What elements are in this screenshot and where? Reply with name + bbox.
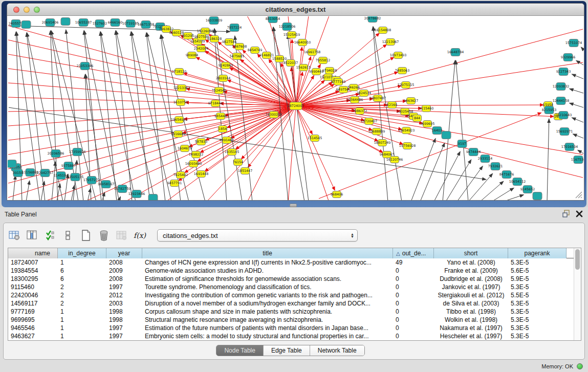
citing-node[interactable]: 12975115 — [398, 82, 415, 89]
cited-node[interactable]: 10654112 — [509, 178, 526, 186]
citing-node[interactable]: 18807249 — [374, 140, 391, 146]
cell-year[interactable]: 2012 — [106, 291, 142, 299]
cited-node[interactable]: 12218506 — [279, 23, 296, 31]
citing-node[interactable]: 989084 — [186, 52, 198, 59]
citing-node[interactable]: 15325419 — [284, 32, 300, 38]
select-visible-icon[interactable] — [43, 229, 57, 242]
cited-node[interactable]: 9245652 — [520, 186, 535, 193]
cell-name[interactable]: 9463627 — [8, 332, 58, 340]
table-settings-icon[interactable] — [8, 229, 21, 242]
delete-table-icon[interactable] — [97, 229, 111, 242]
table-row[interactable]: 946554611997Estimation of the future num… — [8, 324, 574, 332]
cell-in-degree[interactable]: 2 — [58, 283, 106, 291]
cell-out-de-[interactable]: 49 — [393, 258, 434, 267]
citing-node[interactable]: 9463627 — [404, 98, 418, 104]
import-table-icon[interactable] — [115, 229, 128, 242]
cited-node[interactable]: 9197 — [458, 140, 467, 148]
cell-year[interactable]: 1998 — [106, 308, 142, 316]
cell-pagerank[interactable]: 5.3E-5 — [508, 316, 567, 324]
citing-node[interactable]: 968406 — [331, 191, 343, 198]
cited-node[interactable]: 9329966 — [561, 54, 575, 61]
cell-short[interactable]: Tibbo et al. (1998) — [434, 308, 508, 316]
citing-node[interactable]: 1610755 — [173, 99, 188, 106]
cell-out-de-[interactable]: 0 — [393, 299, 434, 308]
cited-node[interactable] — [533, 192, 542, 200]
citing-node[interactable]: 3824534 — [357, 90, 371, 97]
cell-out-de-[interactable]: 0 — [393, 267, 434, 275]
citing-node[interactable]: 10688809 — [368, 128, 385, 135]
cited-node[interactable]: 9474444 — [466, 148, 481, 156]
citing-node[interactable]: 9699695 — [420, 121, 434, 127]
column-header-title[interactable]: title — [142, 248, 393, 258]
cell-name[interactable]: 9777169 — [8, 308, 58, 316]
tab-network-table[interactable]: Network Table — [310, 345, 364, 356]
cited-node[interactable] — [21, 21, 31, 29]
network-canvas[interactable]: 2405572206914061065528715276026466160107… — [8, 16, 584, 201]
cell-short[interactable]: Dudbridge et al. (2008) — [434, 275, 508, 283]
cell-out-de-[interactable]: 0 — [393, 291, 434, 299]
citing-node[interactable]: 7485063 — [395, 68, 409, 74]
cell-in-degree[interactable]: 6 — [58, 275, 106, 283]
citing-node[interactable]: 185444 — [214, 113, 227, 120]
citing-node[interactable]: 844 — [413, 115, 422, 122]
column-header-out-de-[interactable]: △out_de... — [393, 248, 434, 258]
cell-year[interactable]: 1997 — [106, 332, 142, 340]
cell-in-degree[interactable]: 6 — [58, 267, 106, 275]
manage-columns-icon[interactable] — [26, 229, 39, 242]
cell-title[interactable]: Tourette syndrome. Phenomenology and cla… — [142, 283, 393, 291]
cited-node[interactable]: 8471676 — [499, 171, 514, 179]
citing-node[interactable]: 18300295 — [266, 112, 282, 118]
citing-node[interactable]: 16120746 — [386, 157, 403, 163]
cell-pagerank[interactable]: 5.3E-5 — [508, 258, 567, 267]
cell-title[interactable]: Embryonic stem cells: a model to study s… — [142, 332, 393, 340]
citing-node[interactable]: 16961758 — [304, 49, 321, 56]
citing-node[interactable]: 7625402 — [173, 172, 188, 179]
cell-out-de-[interactable]: 0 — [393, 324, 434, 332]
table-row[interactable]: 2242004622012Investigating the contribut… — [8, 291, 574, 299]
citing-node[interactable]: 6718446 — [208, 100, 223, 107]
cell-out-de-[interactable]: 0 — [393, 332, 434, 340]
cited-node[interactable]: 12444158 — [553, 97, 570, 105]
cell-in-degree[interactable]: 1 — [58, 258, 106, 267]
citing-node[interactable]: 1935145 — [225, 149, 239, 156]
cited-node[interactable]: 17016504 — [561, 143, 578, 151]
cell-year[interactable]: 2003 — [106, 299, 142, 308]
table-row[interactable]: 1872400712008Changes of HCN gene express… — [8, 258, 574, 267]
citing-node[interactable]: 1851447 — [238, 168, 252, 174]
cell-pagerank[interactable]: 5.3E-5 — [508, 332, 567, 340]
cell-short[interactable]: Wolkin et al. (1998) — [434, 316, 508, 324]
cell-short[interactable]: Nakamura et al. (1997) — [434, 324, 508, 332]
tab-node-table[interactable]: Node Table — [216, 345, 264, 356]
cited-node[interactable]: 7857224 — [227, 24, 242, 32]
cell-title[interactable]: Changes of HCN gene expression and I(f) … — [142, 258, 393, 267]
cited-node[interactable]: 20691406 — [42, 19, 59, 27]
create-table-icon[interactable] — [79, 229, 93, 242]
table-row[interactable]: 1456911722003Disruption of a novel membe… — [8, 299, 574, 308]
column-header-pagerank[interactable]: pagerank — [508, 248, 567, 258]
cell-in-degree[interactable]: 2 — [58, 299, 106, 308]
cited-node[interactable]: 10719185 — [122, 20, 139, 28]
citing-node[interactable]: 16154808 — [375, 27, 391, 34]
citing-node[interactable]: 19654931 — [171, 117, 188, 123]
cell-pagerank[interactable]: 5.3E-5 — [508, 324, 567, 332]
table-row[interactable]: 946362711997Embryonic stem cells: a mode… — [8, 332, 574, 340]
cited-node[interactable] — [442, 132, 451, 139]
cited-node[interactable]: 2933114 — [478, 155, 492, 163]
cited-node[interactable]: 15751074 — [565, 39, 582, 47]
citing-node[interactable]: 9777169 — [331, 79, 345, 85]
cell-title[interactable]: Disruption of a novel member of a sodium… — [142, 299, 393, 308]
citing-node[interactable]: 2718120 — [172, 69, 186, 75]
citing-node[interactable]: 746266 — [347, 84, 360, 91]
column-header-name[interactable]: name — [8, 248, 58, 258]
citing-node[interactable]: 10807487 — [369, 95, 386, 102]
cell-year[interactable]: 1997 — [106, 283, 142, 291]
citing-node[interactable]: 2867608 — [232, 43, 247, 50]
cell-name[interactable]: 18724007 — [8, 258, 58, 267]
citing-node[interactable]: 76154 — [233, 159, 243, 166]
citing-node[interactable]: 1604679 — [178, 145, 192, 152]
cell-pagerank[interactable]: 5.3E-5 — [508, 308, 567, 316]
cell-title[interactable]: Estimation of the future numbers of pati… — [142, 324, 393, 332]
cell-name[interactable]: 9465546 — [8, 324, 58, 332]
citing-node[interactable]: 7955812 — [316, 57, 330, 64]
cell-in-degree[interactable]: 2 — [58, 291, 106, 299]
